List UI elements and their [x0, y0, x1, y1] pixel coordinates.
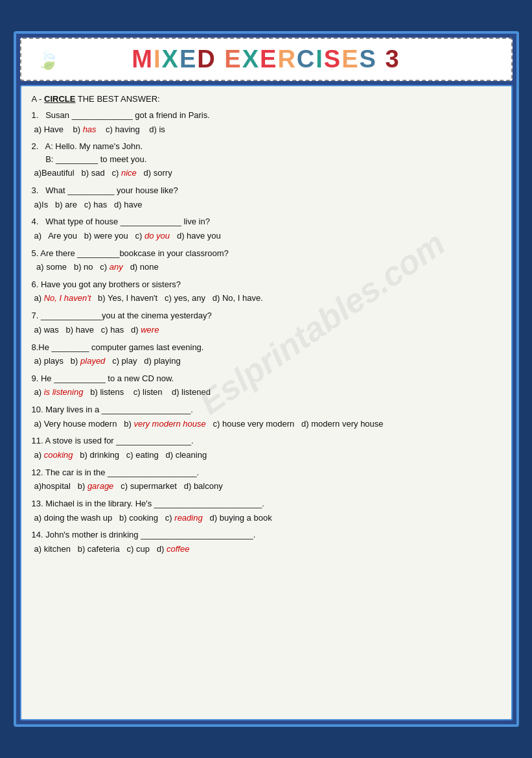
- q7-answers: a) was b) have c) has d) were: [32, 324, 501, 337]
- q5-text: 5. Are there _________bookcase in your c…: [32, 247, 501, 260]
- question-10: 10. Mary lives in a ___________________.…: [32, 403, 501, 431]
- q14-answers: a) kitchen b) cafeteria c) cup d) coffee: [32, 543, 501, 556]
- q14-text: 14. John's mother is drinking __________…: [32, 528, 501, 541]
- q1-text: 1. Susan _____________ got a friend in P…: [32, 109, 501, 122]
- q9-answers: a) is listening b) listens c) listen d) …: [32, 386, 501, 399]
- page-title: MIXED EXERCISES 3: [132, 45, 400, 73]
- q2-answers: a)Beautiful b) sad c) nice d) sorry: [32, 167, 501, 180]
- question-1: 1. Susan _____________ got a friend in P…: [32, 109, 501, 136]
- q10-text: 10. Mary lives in a ___________________.: [32, 403, 501, 416]
- title-box: 🍃 MIXED EXERCISES 3: [20, 38, 513, 81]
- q13-answers: a) doing the wash up b) cooking c) readi…: [32, 512, 501, 525]
- section-a-header: A - CIRCLE THE BEST ANSWER:: [32, 94, 501, 104]
- question-14: 14. John's mother is drinking __________…: [32, 528, 501, 556]
- question-3: 3. What __________ your house like? a)Is…: [32, 184, 501, 211]
- content-area: A - CIRCLE THE BEST ANSWER: 1. Susan ___…: [20, 85, 513, 720]
- question-8: 8.He ________ computer games last evenin…: [32, 341, 501, 368]
- question-9: 9. He ___________ to a new CD now. a) is…: [32, 372, 501, 399]
- question-5: 5. Are there _________bookcase in your c…: [32, 247, 501, 274]
- q8-answers: a) plays b) played c) play d) playing: [32, 355, 501, 368]
- leaf-decoration: 🍃: [37, 49, 60, 70]
- question-13: 13. Michael is in the library. He's ____…: [32, 497, 501, 525]
- q12-text: 12. The car is in the __________________…: [32, 466, 501, 479]
- q8-text: 8.He ________ computer games last evenin…: [32, 341, 501, 354]
- q6-text: 6. Have you got any brothers or sisters?: [32, 278, 501, 291]
- q4-answers: a) Are you b) were you c) do you d) have…: [32, 230, 501, 243]
- question-6: 6. Have you got any brothers or sisters?…: [32, 278, 501, 305]
- q6-answers: a) No, I haven't b) Yes, I haven't c) ye…: [32, 292, 501, 305]
- q5-answers: a) some b) no c) any d) none: [32, 261, 501, 274]
- question-11: 11. A stove is used for ________________…: [32, 434, 501, 462]
- q13-text: 13. Michael is in the library. He's ____…: [32, 497, 501, 510]
- question-12: 12. The car is in the __________________…: [32, 466, 501, 493]
- q3-text: 3. What __________ your house like?: [32, 184, 501, 197]
- q11-text: 11. A stove is used for ________________…: [32, 434, 501, 447]
- q4-text: 4. What type of house _____________ live…: [32, 215, 501, 228]
- q10-answers: a) Very house modern b) very modern hous…: [32, 418, 501, 431]
- q2-text: 2. A: Hello. My name's John. B: ________…: [32, 140, 501, 165]
- q3-answers: a)Is b) are c) has d) have: [32, 198, 501, 212]
- question-2: 2. A: Hello. My name's John. B: ________…: [32, 140, 501, 180]
- q12-answers: a)hospital b) garage c) supermarket d) b…: [32, 480, 501, 493]
- question-4: 4. What type of house _____________ live…: [32, 215, 501, 243]
- q9-text: 9. He ___________ to a new CD now.: [32, 372, 501, 385]
- q7-text: 7. _____________you at the cinema yester…: [32, 309, 501, 322]
- q1-answers: a) Have b) has c) having d) is: [32, 123, 501, 137]
- question-7: 7. _____________you at the cinema yester…: [32, 309, 501, 337]
- q11-answers: a) cooking b) drinking c) eating d) clea…: [32, 449, 501, 462]
